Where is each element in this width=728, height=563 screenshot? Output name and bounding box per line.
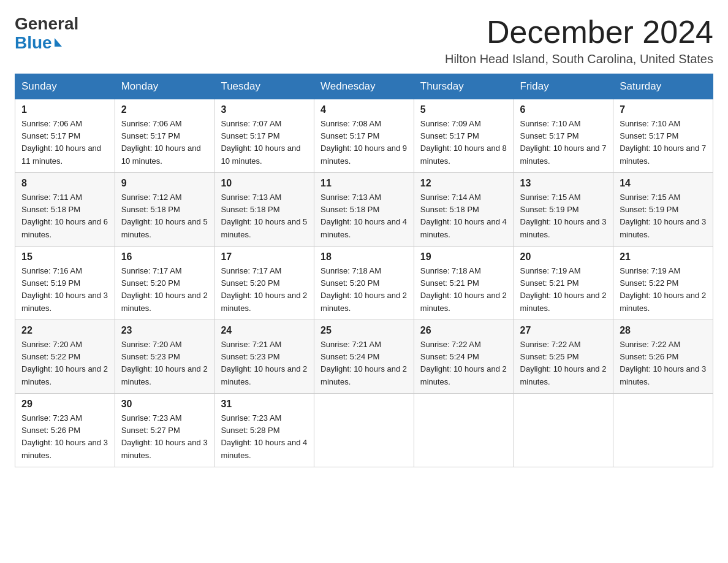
day-info: Sunrise: 7:14 AMSunset: 5:18 PMDaylight:… bbox=[420, 191, 507, 241]
day-number: 31 bbox=[221, 399, 308, 410]
day-number: 8 bbox=[21, 178, 108, 189]
day-number: 1 bbox=[21, 104, 108, 115]
day-info: Sunrise: 7:07 AMSunset: 5:17 PMDaylight:… bbox=[221, 118, 308, 167]
calendar-cell bbox=[613, 394, 713, 467]
calendar-cell: 10Sunrise: 7:13 AMSunset: 5:18 PMDayligh… bbox=[214, 173, 314, 247]
day-info: Sunrise: 7:18 AMSunset: 5:21 PMDaylight:… bbox=[420, 265, 507, 315]
calendar-cell: 29Sunrise: 7:23 AMSunset: 5:26 PMDayligh… bbox=[15, 394, 115, 467]
calendar-cell: 20Sunrise: 7:19 AMSunset: 5:21 PMDayligh… bbox=[514, 247, 613, 320]
day-info: Sunrise: 7:15 AMSunset: 5:19 PMDaylight:… bbox=[520, 191, 607, 241]
day-info: Sunrise: 7:21 AMSunset: 5:23 PMDaylight:… bbox=[221, 339, 308, 388]
week-row-5: 29Sunrise: 7:23 AMSunset: 5:26 PMDayligh… bbox=[15, 394, 713, 467]
calendar-cell: 16Sunrise: 7:17 AMSunset: 5:20 PMDayligh… bbox=[115, 247, 214, 320]
calendar-cell: 1Sunrise: 7:06 AMSunset: 5:17 PMDaylight… bbox=[15, 99, 115, 173]
calendar-cell: 13Sunrise: 7:15 AMSunset: 5:19 PMDayligh… bbox=[514, 173, 613, 247]
header-day-tuesday: Tuesday bbox=[214, 74, 314, 99]
day-number: 13 bbox=[520, 178, 607, 189]
day-info: Sunrise: 7:21 AMSunset: 5:24 PMDaylight:… bbox=[320, 339, 408, 388]
day-number: 9 bbox=[121, 178, 208, 189]
calendar-cell: 24Sunrise: 7:21 AMSunset: 5:23 PMDayligh… bbox=[214, 320, 314, 394]
header-day-saturday: Saturday bbox=[613, 74, 713, 99]
day-info: Sunrise: 7:08 AMSunset: 5:17 PMDaylight:… bbox=[320, 118, 408, 167]
day-number: 21 bbox=[620, 251, 707, 262]
title-block: December 2024 Hilton Head Island, South … bbox=[445, 15, 713, 66]
calendar-cell bbox=[414, 394, 514, 467]
calendar-cell: 14Sunrise: 7:15 AMSunset: 5:19 PMDayligh… bbox=[613, 173, 713, 247]
day-number: 22 bbox=[21, 325, 108, 336]
day-info: Sunrise: 7:10 AMSunset: 5:17 PMDaylight:… bbox=[620, 118, 707, 167]
month-title: December 2024 bbox=[445, 15, 713, 50]
day-number: 5 bbox=[420, 104, 507, 115]
day-info: Sunrise: 7:19 AMSunset: 5:21 PMDaylight:… bbox=[520, 265, 607, 315]
day-info: Sunrise: 7:17 AMSunset: 5:20 PMDaylight:… bbox=[121, 265, 208, 315]
calendar-cell: 22Sunrise: 7:20 AMSunset: 5:22 PMDayligh… bbox=[15, 320, 115, 394]
calendar-cell: 27Sunrise: 7:22 AMSunset: 5:25 PMDayligh… bbox=[514, 320, 613, 394]
day-info: Sunrise: 7:23 AMSunset: 5:26 PMDaylight:… bbox=[21, 412, 108, 462]
logo: General Blue bbox=[15, 15, 78, 53]
day-number: 23 bbox=[121, 325, 208, 336]
day-number: 16 bbox=[121, 251, 208, 262]
day-number: 20 bbox=[520, 251, 607, 262]
day-info: Sunrise: 7:20 AMSunset: 5:23 PMDaylight:… bbox=[121, 339, 208, 388]
day-info: Sunrise: 7:23 AMSunset: 5:28 PMDaylight:… bbox=[221, 412, 308, 462]
day-number: 17 bbox=[221, 251, 308, 262]
day-info: Sunrise: 7:06 AMSunset: 5:17 PMDaylight:… bbox=[21, 118, 108, 167]
day-number: 19 bbox=[420, 251, 507, 262]
day-number: 25 bbox=[320, 325, 408, 336]
day-number: 30 bbox=[121, 399, 208, 410]
logo-line1: General bbox=[15, 15, 78, 34]
day-number: 29 bbox=[21, 399, 108, 410]
day-info: Sunrise: 7:22 AMSunset: 5:26 PMDaylight:… bbox=[620, 339, 707, 388]
day-number: 12 bbox=[420, 178, 507, 189]
page-header: General Blue December 2024 Hilton Head I… bbox=[15, 15, 713, 66]
day-info: Sunrise: 7:20 AMSunset: 5:22 PMDaylight:… bbox=[21, 339, 108, 388]
header-day-wednesday: Wednesday bbox=[314, 74, 414, 99]
calendar-cell: 18Sunrise: 7:18 AMSunset: 5:20 PMDayligh… bbox=[314, 247, 414, 320]
header-day-thursday: Thursday bbox=[414, 74, 514, 99]
calendar-cell bbox=[314, 394, 414, 467]
calendar-cell: 26Sunrise: 7:22 AMSunset: 5:24 PMDayligh… bbox=[414, 320, 514, 394]
day-number: 7 bbox=[620, 104, 707, 115]
day-info: Sunrise: 7:16 AMSunset: 5:19 PMDaylight:… bbox=[21, 265, 108, 315]
calendar-cell: 31Sunrise: 7:23 AMSunset: 5:28 PMDayligh… bbox=[214, 394, 314, 467]
calendar-cell: 19Sunrise: 7:18 AMSunset: 5:21 PMDayligh… bbox=[414, 247, 514, 320]
day-number: 2 bbox=[121, 104, 208, 115]
day-number: 11 bbox=[320, 178, 408, 189]
day-info: Sunrise: 7:12 AMSunset: 5:18 PMDaylight:… bbox=[121, 191, 208, 241]
calendar-cell: 3Sunrise: 7:07 AMSunset: 5:17 PMDaylight… bbox=[214, 99, 314, 173]
day-number: 24 bbox=[221, 325, 308, 336]
day-number: 6 bbox=[520, 104, 607, 115]
logo-arrow-icon bbox=[55, 38, 62, 47]
week-row-2: 8Sunrise: 7:11 AMSunset: 5:18 PMDaylight… bbox=[15, 173, 713, 247]
day-number: 4 bbox=[320, 104, 408, 115]
day-number: 28 bbox=[620, 325, 707, 336]
day-info: Sunrise: 7:13 AMSunset: 5:18 PMDaylight:… bbox=[320, 191, 408, 241]
calendar-cell bbox=[514, 394, 613, 467]
calendar-cell: 30Sunrise: 7:23 AMSunset: 5:27 PMDayligh… bbox=[115, 394, 214, 467]
header-day-monday: Monday bbox=[115, 74, 214, 99]
calendar-cell: 12Sunrise: 7:14 AMSunset: 5:18 PMDayligh… bbox=[414, 173, 514, 247]
day-info: Sunrise: 7:13 AMSunset: 5:18 PMDaylight:… bbox=[221, 191, 308, 241]
logo-line2: Blue bbox=[15, 34, 52, 53]
calendar-cell: 11Sunrise: 7:13 AMSunset: 5:18 PMDayligh… bbox=[314, 173, 414, 247]
day-number: 10 bbox=[221, 178, 308, 189]
day-number: 18 bbox=[320, 251, 408, 262]
day-info: Sunrise: 7:06 AMSunset: 5:17 PMDaylight:… bbox=[121, 118, 208, 167]
day-info: Sunrise: 7:22 AMSunset: 5:25 PMDaylight:… bbox=[520, 339, 607, 388]
calendar-cell: 5Sunrise: 7:09 AMSunset: 5:17 PMDaylight… bbox=[414, 99, 514, 173]
calendar-cell: 2Sunrise: 7:06 AMSunset: 5:17 PMDaylight… bbox=[115, 99, 214, 173]
calendar-cell: 15Sunrise: 7:16 AMSunset: 5:19 PMDayligh… bbox=[15, 247, 115, 320]
day-number: 27 bbox=[520, 325, 607, 336]
calendar-cell: 6Sunrise: 7:10 AMSunset: 5:17 PMDaylight… bbox=[514, 99, 613, 173]
day-info: Sunrise: 7:23 AMSunset: 5:27 PMDaylight:… bbox=[121, 412, 208, 462]
week-row-4: 22Sunrise: 7:20 AMSunset: 5:22 PMDayligh… bbox=[15, 320, 713, 394]
week-row-1: 1Sunrise: 7:06 AMSunset: 5:17 PMDaylight… bbox=[15, 99, 713, 173]
calendar-cell: 9Sunrise: 7:12 AMSunset: 5:18 PMDaylight… bbox=[115, 173, 214, 247]
calendar-cell: 4Sunrise: 7:08 AMSunset: 5:17 PMDaylight… bbox=[314, 99, 414, 173]
header-day-friday: Friday bbox=[514, 74, 613, 99]
day-info: Sunrise: 7:22 AMSunset: 5:24 PMDaylight:… bbox=[420, 339, 507, 388]
day-info: Sunrise: 7:17 AMSunset: 5:20 PMDaylight:… bbox=[221, 265, 308, 315]
calendar-cell: 17Sunrise: 7:17 AMSunset: 5:20 PMDayligh… bbox=[214, 247, 314, 320]
calendar-cell: 25Sunrise: 7:21 AMSunset: 5:24 PMDayligh… bbox=[314, 320, 414, 394]
header-row: SundayMondayTuesdayWednesdayThursdayFrid… bbox=[15, 74, 713, 99]
